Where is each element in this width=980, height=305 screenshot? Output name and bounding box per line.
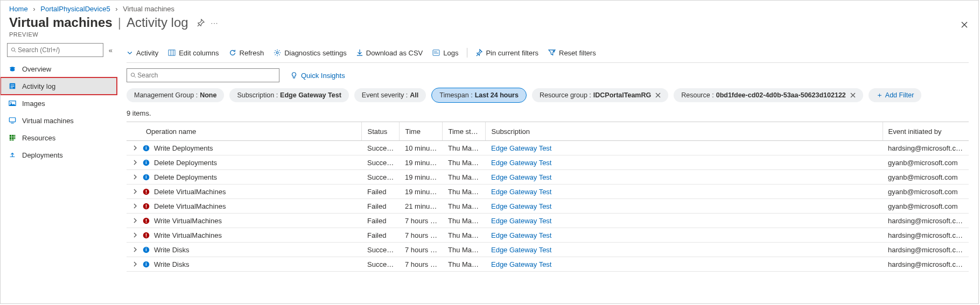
svg-point-2 (10, 68, 15, 71)
table-row[interactable]: Write VirtualMachinesFailed7 hours agoTh… (127, 214, 969, 228)
filter-resource-group[interactable]: Resource group : IDCPortalTeamRG (532, 88, 668, 102)
remove-filter-icon[interactable] (655, 93, 661, 98)
status-cell: Failed (362, 185, 400, 199)
subscription-link[interactable]: Edge Gateway Test (491, 260, 552, 268)
table-row[interactable]: iWrite DisksSucceeded7 hours agoThu May … (127, 257, 969, 272)
col-timestamp[interactable]: Time stamp (443, 122, 486, 141)
table-row[interactable]: iDelete DeploymentsSucceeded19 minutes …… (127, 170, 969, 185)
filter-management-group[interactable]: Management Group : None (127, 88, 224, 102)
log-search[interactable] (127, 68, 279, 82)
subscription-link[interactable]: Edge Gateway Test (491, 188, 552, 196)
table-row[interactable]: Delete VirtualMachinesFailed21 minutes …… (127, 199, 969, 214)
status-cell: Succeeded (362, 155, 400, 170)
expand-row-icon[interactable] (132, 218, 138, 223)
subscription-link[interactable]: Edge Gateway Test (491, 202, 552, 210)
pin-icon[interactable] (197, 19, 205, 26)
col-operation[interactable]: Operation name (127, 122, 362, 141)
expand-row-icon[interactable] (132, 174, 138, 180)
operation-name: Write Disks (154, 260, 189, 268)
operation-name: Write Deployments (154, 144, 213, 152)
subscription-link[interactable]: Edge Gateway Test (491, 217, 552, 225)
diagnostics-button[interactable]: Diagnostics settings (274, 49, 347, 57)
status-icon: i (143, 145, 150, 152)
add-icon: ＋ (876, 91, 883, 100)
more-icon[interactable]: ··· (211, 19, 219, 27)
filter-timespan[interactable]: Timespan : Last 24 hours (431, 88, 527, 103)
svg-rect-12 (12, 135, 14, 137)
svg-point-28 (131, 73, 134, 76)
page-header: Virtual machines | Activity log ··· (1, 15, 978, 30)
breadcrumb-home[interactable]: Home (9, 5, 28, 13)
filter-resource[interactable]: Resource : 0bd1fdee-cd02-4d0b-53aa-50623… (674, 88, 863, 102)
status-icon: i (143, 246, 150, 253)
sidebar-item-virtual-machines[interactable]: Virtual machines (1, 112, 117, 129)
subscription-link[interactable]: Edge Gateway Test (491, 231, 552, 239)
breadcrumb-parent[interactable]: PortalPhysicalDevice5 (40, 5, 110, 13)
collapse-sidebar-icon[interactable]: « (109, 46, 113, 54)
table-row[interactable]: iDelete DeploymentsSucceeded19 minutes …… (127, 155, 969, 170)
table-row[interactable]: iWrite DisksSucceeded7 hours agoThu May … (127, 243, 969, 257)
expand-row-icon[interactable] (132, 189, 138, 194)
time-cell: 7 hours ago (400, 214, 443, 228)
col-time[interactable]: Time (400, 122, 443, 141)
reset-icon (548, 49, 556, 56)
gear-icon (274, 49, 281, 56)
quick-insights-button[interactable]: Quick Insights (290, 72, 345, 80)
subscription-link[interactable]: Edge Gateway Test (491, 246, 552, 254)
table-row[interactable]: Delete VirtualMachinesFailed19 minutes …… (127, 185, 969, 199)
timestamp-cell: Thu May 27… (443, 243, 486, 257)
col-status[interactable]: Status (362, 122, 400, 141)
title-divider: | (118, 15, 121, 30)
activity-button[interactable]: Activity (127, 49, 158, 57)
svg-line-1 (15, 51, 16, 52)
remove-filter-icon[interactable] (850, 93, 856, 98)
refresh-button[interactable]: Refresh (229, 49, 264, 57)
pin-filters-label: Pin current filters (486, 49, 538, 57)
expand-row-icon[interactable] (132, 261, 138, 267)
log-search-input[interactable] (136, 71, 276, 80)
sidebar-item-overview[interactable]: Overview (1, 60, 117, 77)
preview-badge: PREVIEW (1, 30, 978, 43)
expand-row-icon[interactable] (132, 247, 138, 252)
sidebar-item-activity-log[interactable]: Activity log (1, 77, 117, 95)
expand-row-icon[interactable] (132, 160, 138, 165)
expand-row-icon[interactable] (132, 203, 138, 209)
subscription-link[interactable]: Edge Gateway Test (491, 159, 552, 167)
download-csv-label: Download as CSV (366, 49, 423, 57)
sidebar-item-label: Activity log (22, 82, 55, 90)
status-cell: Failed (362, 214, 400, 228)
sidebar-item-resources[interactable]: Resources (1, 129, 117, 146)
table-row[interactable]: iWrite DeploymentsSucceeded10 minutes …T… (127, 141, 969, 155)
operation-name: Write VirtualMachines (154, 231, 222, 239)
sidebar-item-label: Overview (22, 65, 51, 73)
col-initiated-by[interactable]: Event initiated by (883, 122, 969, 141)
subscription-link[interactable]: Edge Gateway Test (491, 144, 552, 152)
expand-row-icon[interactable] (132, 145, 138, 151)
reset-filters-label: Reset filters (559, 49, 596, 57)
add-filter-button[interactable]: ＋ Add Filter (869, 88, 922, 102)
filter-subscription[interactable]: Subscription : Edge Gateway Test (229, 88, 348, 102)
pin-filters-button[interactable]: Pin current filters (476, 49, 538, 57)
sidebar-search[interactable] (7, 43, 103, 57)
table-row[interactable]: Write VirtualMachinesFailed7 hours agoTh… (127, 228, 969, 243)
sidebar-item-deployments[interactable]: Deployments (1, 146, 117, 164)
timestamp-cell: Thu May 27… (443, 185, 486, 199)
sidebar-item-images[interactable]: Images (1, 95, 117, 112)
status-cell: Succeeded (362, 170, 400, 185)
operation-name: Write VirtualMachines (154, 217, 222, 225)
filter-event-severity[interactable]: Event severity : All (354, 88, 426, 102)
col-subscription[interactable]: Subscription (486, 122, 883, 141)
page-title: Virtual machines (9, 15, 113, 30)
pin-icon (476, 49, 482, 56)
sidebar-search-input[interactable] (17, 46, 100, 54)
svg-rect-4 (11, 84, 15, 85)
expand-row-icon[interactable] (132, 232, 138, 238)
logs-button[interactable]: Logs (432, 49, 458, 57)
edit-columns-button[interactable]: Edit columns (168, 49, 219, 57)
download-csv-button[interactable]: Download as CSV (356, 49, 423, 57)
close-icon[interactable] (960, 20, 969, 29)
reset-filters-button[interactable]: Reset filters (548, 49, 596, 57)
status-icon (143, 232, 150, 239)
images-icon (8, 100, 17, 107)
subscription-link[interactable]: Edge Gateway Test (491, 173, 552, 181)
